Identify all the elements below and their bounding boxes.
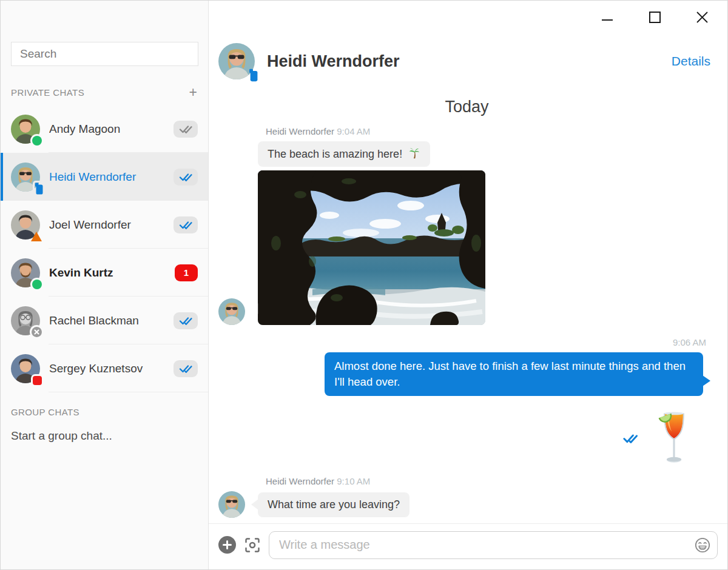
contact-name: Rachel Blackman: [49, 314, 174, 327]
sidebar-item-rachel-blackman[interactable]: Rachel Blackman: [1, 297, 208, 344]
double-check-icon: [179, 124, 193, 134]
status-online-icon: [32, 136, 42, 146]
smiley-icon: [694, 537, 711, 554]
contact-name: Heidi Werndorfer: [49, 170, 174, 184]
sidebar: PRIVATE CHATS + Andy Magoon: [1, 1, 209, 569]
outgoing-emoji-message: [218, 409, 715, 468]
read-receipt-badge: [174, 312, 198, 329]
sidebar-item-andy-magoon[interactable]: Andy Magoon: [1, 105, 208, 153]
read-receipt-badge: [174, 360, 198, 377]
message-list: Today Heidi Werndorfer 9:04 AM The beach…: [209, 79, 727, 523]
search-input[interactable]: [11, 42, 198, 66]
chat-panel: Heidi Werndorfer Details Today Heidi Wer…: [209, 1, 727, 569]
read-receipt-badge: [174, 216, 198, 233]
message-time: 9:10 AM: [337, 476, 370, 486]
start-group-chat-link[interactable]: Start a group chat...: [11, 429, 198, 443]
private-chats-header: PRIVATE CHATS +: [11, 87, 197, 98]
avatar: [11, 115, 40, 144]
avatar: [218, 491, 245, 518]
palm-tree-emoji: [408, 147, 420, 159]
bubble-tail: [251, 499, 258, 510]
message-sender: Heidi Werndorfer: [266, 126, 334, 136]
plus-icon: [223, 540, 232, 549]
photo-message[interactable]: [258, 170, 485, 325]
minimize-button[interactable]: [601, 10, 614, 24]
add-chat-button[interactable]: +: [189, 87, 197, 98]
incoming-image-message: [218, 170, 715, 325]
status-mobile-icon: [35, 183, 44, 195]
details-link[interactable]: Details: [672, 54, 710, 69]
maximize-button[interactable]: [648, 10, 661, 24]
private-chats-label: PRIVATE CHATS: [11, 87, 84, 98]
window-controls: [601, 9, 709, 25]
tropical-drink-emoji: [657, 409, 691, 468]
message-meta: Heidi Werndorfer 9:10 AM: [266, 476, 715, 486]
sidebar-item-joel-werndorfer[interactable]: Joel Werndorfer: [1, 201, 208, 249]
composer: [209, 523, 727, 569]
status-away-icon: [31, 232, 42, 241]
message-time: 9:04 AM: [337, 126, 370, 136]
avatar: [11, 210, 40, 240]
incoming-message: What time are you leaving?: [218, 491, 715, 518]
group-chats-header: GROUP CHATS: [11, 407, 198, 417]
double-check-icon: [179, 172, 193, 182]
contact-name: Andy Magoon: [49, 122, 174, 136]
delivered-receipt-badge: [174, 121, 198, 138]
read-receipt-icon: [622, 433, 639, 444]
sidebar-item-sergey-kuznetsov[interactable]: Sergey Kuznetsov: [1, 344, 208, 392]
app-window: PRIVATE CHATS + Andy Magoon: [0, 0, 728, 570]
capture-button[interactable]: [243, 536, 261, 554]
contact-name: Kevin Kurtz: [49, 266, 175, 280]
double-check-icon: [179, 316, 193, 326]
close-icon: [696, 11, 709, 24]
group-chats-label: GROUP CHATS: [11, 407, 79, 417]
outgoing-message-bubble: Almost done here. Just have to finish a …: [325, 352, 703, 396]
sidebar-item-kevin-kurtz[interactable]: Kevin Kurtz 1: [1, 249, 208, 297]
avatar: [218, 298, 245, 325]
close-button[interactable]: [695, 10, 709, 24]
incoming-message-bubble: What time are you leaving?: [258, 492, 410, 517]
status-offline-icon: [32, 327, 42, 337]
incoming-message-bubble: The beach is amazing here!: [258, 141, 430, 167]
double-check-icon: [179, 364, 193, 374]
status-busy-icon: [33, 376, 42, 385]
contact-name: Joel Werndorfer: [49, 218, 174, 232]
chat-avatar[interactable]: [218, 43, 255, 79]
avatar: [11, 163, 40, 192]
message-input[interactable]: [269, 531, 718, 559]
page-title: Heidi Werndorfer: [267, 52, 672, 71]
message-time: 9:06 AM: [218, 337, 715, 347]
message-sender: Heidi Werndorfer: [266, 476, 334, 486]
emoji-picker-button[interactable]: [694, 537, 711, 554]
contact-name: Sergey Kuznetsov: [49, 362, 174, 375]
message-meta: Heidi Werndorfer 9:04 AM: [266, 126, 715, 136]
beach-photo: [258, 170, 485, 325]
bubble-tail: [703, 375, 710, 386]
date-separator: Today: [218, 98, 715, 116]
sidebar-item-heidi-werndorfer[interactable]: Heidi Werndorfer: [1, 153, 208, 201]
read-receipt-badge: [174, 169, 198, 186]
double-check-icon: [179, 220, 193, 230]
chat-list: Andy Magoon: [1, 105, 208, 392]
avatar: [11, 306, 40, 335]
avatar: [11, 354, 40, 383]
unread-count-badge: 1: [175, 264, 198, 281]
camera-capture-icon: [244, 537, 261, 554]
add-attachment-button[interactable]: [218, 536, 236, 554]
bubble-tail: [258, 303, 258, 314]
avatar: [11, 258, 40, 287]
status-online-icon: [32, 280, 42, 289]
